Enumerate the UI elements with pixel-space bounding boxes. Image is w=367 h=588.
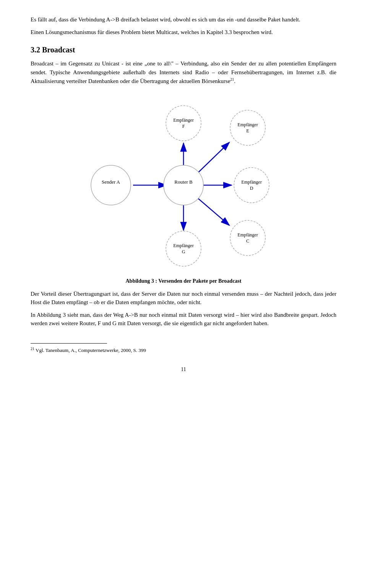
- sender-a-label: Sender A: [102, 179, 120, 185]
- footnote-number: 21: [31, 347, 34, 351]
- after-diagram-paragraph-1: Der Vorteil dieser Übertragungsart ist, …: [31, 290, 336, 307]
- svg-point-11: [234, 168, 269, 203]
- section-paragraph-1: Broadcast – im Gegensatz zu Unicast - is…: [31, 59, 336, 86]
- router-b-label: Router B: [174, 179, 193, 185]
- empfaenger-g-label: Empfänger: [173, 243, 193, 248]
- svg-point-7: [91, 165, 131, 205]
- section-heading: 3.2 Broadcast: [31, 44, 336, 55]
- empfaenger-c-label: Empfänger: [237, 232, 258, 238]
- svg-point-13: [166, 231, 201, 266]
- empfaenger-g-label2: G: [182, 249, 185, 254]
- svg-point-9: [166, 106, 201, 141]
- intro-paragraph-2: Einen Lösungsmechanismus für dieses Prob…: [31, 28, 336, 37]
- footnote-text: Vgl. Tanenbaum, A., Computernetzwerke, 2…: [36, 347, 146, 353]
- intro-paragraph-1: Es fällt auf, dass die Verbindung A->B d…: [31, 15, 336, 24]
- page-number: 11: [31, 365, 336, 373]
- footnote-21: 21 Vgl. Tanenbaum, A., Computernetzwerke…: [31, 346, 336, 354]
- empfaenger-f-label2: F: [182, 124, 185, 129]
- footnote-ref-21: 21: [230, 77, 234, 81]
- svg-line-3: [195, 142, 229, 176]
- empfaenger-d-label2: D: [250, 186, 253, 191]
- svg-point-8: [164, 165, 203, 205]
- empfaenger-d-label: Empfänger: [241, 179, 261, 185]
- diagram-caption: Abbildung 3 : Versenden der Pakete per B…: [31, 277, 336, 285]
- svg-point-12: [230, 220, 265, 256]
- empfaenger-f-label: Empfänger: [173, 117, 193, 123]
- broadcast-diagram-container: Sender A Router B Empfänger F Empfänger …: [31, 97, 336, 273]
- empfaenger-e-label: Empfänger: [237, 122, 258, 127]
- empfaenger-c-label2: C: [246, 238, 249, 244]
- footnote-divider: [31, 343, 107, 344]
- after-diagram-paragraph-2: In Abbildung 3 sieht man, dass der Weg A…: [31, 311, 336, 328]
- svg-line-5: [194, 195, 229, 225]
- broadcast-diagram: Sender A Router B Empfänger F Empfänger …: [76, 97, 291, 273]
- empfaenger-e-label2: E: [246, 128, 249, 134]
- svg-point-10: [230, 110, 265, 145]
